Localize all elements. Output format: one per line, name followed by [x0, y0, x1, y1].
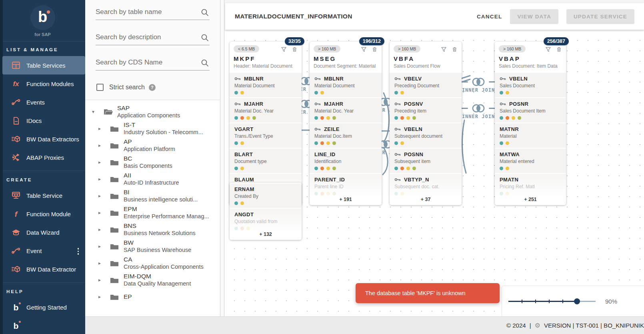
- zoom-slider-thumb[interactable]: [574, 298, 580, 304]
- sidebar-item-create-function-module[interactable]: f Function Module: [0, 205, 85, 223]
- field-type-dots: [394, 167, 457, 170]
- more-fields-count[interactable]: + 251: [500, 197, 561, 202]
- view-data-button[interactable]: VIEW DATA: [510, 9, 558, 24]
- field-row-mblnr[interactable]: MBLNR Material Document: [230, 73, 302, 97]
- item-menu-kebab[interactable]: [77, 247, 80, 256]
- field-row-vbtyp-n[interactable]: VBTYP_N Subsequent doc. cat. + 37: [390, 174, 462, 205]
- field-row-zeile[interactable]: ZEILE Material Doc.Item: [310, 123, 382, 148]
- field-row-parent-id[interactable]: PARENT_ID Parent line ID + 191: [310, 174, 382, 205]
- zoom-slider-track[interactable]: [508, 301, 577, 302]
- panel-scrollbar[interactable]: [220, 0, 224, 316]
- tree-node-sap[interactable]: ▾ SAPApplication Components: [85, 103, 220, 120]
- tree-node-ca[interactable]: ▸ CACross-Application Components: [85, 255, 220, 272]
- search-icon[interactable]: [201, 59, 209, 67]
- strict-search-checkbox[interactable]: [96, 84, 104, 91]
- more-fields-count[interactable]: + 37: [394, 197, 457, 202]
- field-row-mjahr[interactable]: MJAHR Material Doc. Year: [310, 98, 382, 123]
- table-card-mseg[interactable]: 196/312 > 160 MB MSEG Document Segment: …: [310, 42, 382, 205]
- field-row-line-id[interactable]: LINE_ID Identification: [310, 149, 382, 173]
- trash-icon[interactable]: [556, 46, 562, 52]
- sidebar-item-getting-started[interactable]: b Getting Started: [0, 298, 85, 316]
- sidebar-item-create-table-service[interactable]: Table Service: [0, 186, 85, 205]
- field-row-vbeln[interactable]: VBELN Sales Document: [495, 73, 566, 97]
- caret-right-icon[interactable]: ▸: [96, 227, 103, 232]
- more-fields-count[interactable]: + 191: [314, 197, 377, 202]
- field-row-vgart[interactable]: VGART Trans./Event Type: [230, 123, 302, 148]
- field-row-pmatn[interactable]: PMATN Pricing Ref. Matl + 251: [495, 174, 566, 205]
- tree-node-ep[interactable]: ▸ EP: [85, 288, 220, 305]
- tree-node-ap[interactable]: ▸ APApplication Platform: [85, 137, 220, 154]
- tree-node-epm[interactable]: ▸ EPMEnterprise Performance Manag...: [85, 204, 220, 221]
- field-row-mblnr[interactable]: MBLNR Material Document: [310, 73, 382, 97]
- sidebar-item-create-event[interactable]: Event: [0, 241, 85, 260]
- sidebar-item-bw-data-extractors[interactable]: BW Data Extractors: [0, 130, 85, 148]
- field-row-matwa[interactable]: MATWA Material entered: [495, 149, 566, 173]
- table-card-overflow[interactable]: ERNAM Created By ANGDT Quotation valid f…: [230, 183, 302, 240]
- tree-node-bw[interactable]: ▸ BWSAP Business Warehouse: [85, 238, 220, 255]
- tree-node-bns[interactable]: ▸ BNSBusiness Network Solutions: [85, 221, 220, 238]
- more-fields-count[interactable]: + 132: [234, 231, 297, 237]
- caret-right-icon[interactable]: ▸: [96, 143, 103, 148]
- caret-right-icon[interactable]: ▸: [96, 294, 103, 300]
- trash-icon[interactable]: [372, 46, 378, 52]
- trash-icon[interactable]: [452, 46, 458, 52]
- field-row-angdt[interactable]: ANGDT Quotation valid from + 132: [230, 209, 302, 240]
- table-card-vbfa[interactable]: > 160 MB VBFA Sales Document Flow VBELV …: [390, 42, 462, 205]
- sidebar-item-data-wizard[interactable]: Data Wizard: [0, 223, 85, 241]
- field-row-blart[interactable]: BLART Document type: [230, 149, 302, 173]
- inner-join-icon[interactable]: [470, 103, 487, 113]
- table-card-mkpf[interactable]: 32/35 < 6.5 MB MKPF Header: Material Doc…: [230, 42, 302, 205]
- sidebar-item-table-services[interactable]: Table Services: [2, 56, 85, 74]
- field-name: VBELV: [404, 76, 422, 82]
- field-row-matnr[interactable]: MATNR Material: [495, 123, 566, 148]
- caret-right-icon[interactable]: ▸: [96, 193, 103, 199]
- field-row-ernam[interactable]: ERNAM Created By: [230, 183, 302, 208]
- filter-icon[interactable]: [441, 46, 447, 52]
- app-logo[interactable]: b: [30, 5, 55, 30]
- filter-icon[interactable]: [545, 46, 551, 52]
- sidebar-item-events[interactable]: Events: [0, 93, 85, 111]
- caret-right-icon[interactable]: ▸: [96, 210, 103, 215]
- field-row-mjahr[interactable]: MJAHR Material Doc. Year: [230, 98, 302, 123]
- tree-node-bi[interactable]: ▸ BIBusiness intelligence soluti...: [85, 187, 220, 204]
- sidebar-item-abap-proxies[interactable]: ABAP Proxies: [0, 148, 85, 167]
- gear-icon[interactable]: ⚙: [535, 322, 540, 329]
- sidebar-item-function-modules[interactable]: fx Function Modules: [0, 74, 85, 93]
- search-cds-name-input[interactable]: [96, 58, 196, 66]
- search-icon[interactable]: [201, 8, 209, 16]
- search-description-input[interactable]: [96, 33, 196, 41]
- sidebar-item-partial[interactable]: b: [0, 316, 85, 334]
- caret-right-icon[interactable]: ▸: [96, 243, 103, 249]
- caret-down-icon[interactable]: ▾: [90, 109, 96, 115]
- field-row-posnv[interactable]: POSNV Preceding item: [390, 98, 462, 123]
- sidebar-item-create-bw-data-extractor[interactable]: BW Data Extractor: [0, 260, 85, 278]
- cancel-button[interactable]: CANCEL: [477, 14, 502, 20]
- caret-right-icon[interactable]: ▸: [96, 176, 103, 182]
- tree-node-aii[interactable]: ▸ AIIAuto-ID Infrastructure: [85, 171, 220, 187]
- help-icon[interactable]: ?: [149, 84, 156, 91]
- search-table-name-input[interactable]: [96, 8, 196, 16]
- filter-icon[interactable]: [361, 46, 367, 52]
- field-type-dots: [500, 167, 561, 170]
- table-card-vbap[interactable]: 256/387 > 160 MB VBAP Sales Document: It…: [495, 42, 566, 205]
- caret-right-icon[interactable]: ▸: [96, 159, 103, 165]
- caret-right-icon[interactable]: ▸: [96, 277, 103, 283]
- tree-node-bc[interactable]: ▸ BCBasis Components: [85, 154, 220, 171]
- tree-node-is-t[interactable]: ▸ IS-TIndustry Solution - Telecomm...: [85, 120, 220, 137]
- search-icon[interactable]: [201, 34, 209, 42]
- caret-right-icon[interactable]: ▸: [96, 126, 103, 131]
- tree-node-desc: Industry Solution - Telecomm...: [124, 129, 203, 136]
- caret-right-icon[interactable]: ▸: [96, 260, 103, 266]
- field-row-posnr[interactable]: POSNR Sales Document Item: [495, 98, 566, 123]
- tree-node-eim-dqm[interactable]: ▸ EIM-DQMData Quality Management: [85, 272, 220, 288]
- trash-icon[interactable]: [292, 46, 298, 52]
- table-size-pill: > 160 MB: [314, 45, 340, 52]
- sidebar-item-idocs[interactable]: IDocs: [0, 111, 85, 130]
- field-row-vbelv[interactable]: VBELV Preceding Document: [390, 73, 462, 97]
- filter-icon[interactable]: [281, 46, 287, 52]
- inner-join-icon[interactable]: [470, 77, 487, 87]
- update-service-button[interactable]: UPDATE SERVICE: [566, 9, 634, 24]
- field-row-posnn[interactable]: POSNN Subsequent item: [390, 149, 462, 173]
- field-row-vbeln[interactable]: VBELN Subsequent document: [390, 123, 462, 148]
- zoom-slider[interactable]: [508, 298, 596, 304]
